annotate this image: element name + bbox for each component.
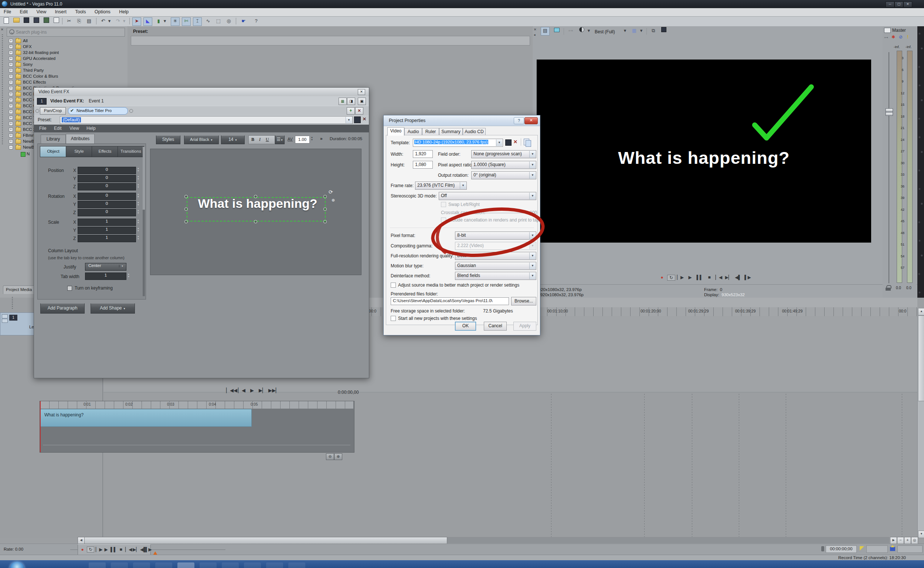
tree-expand-icon[interactable]: + [9,39,13,43]
template-combo[interactable]: HD 1080-24p (1920x1080, 23.976 fps) ▼ [413,139,503,147]
selection-tool-icon[interactable]: ⬚ [214,17,223,25]
split-screen-dropdown-icon[interactable]: ▾ [586,27,591,35]
menu-insert[interactable]: Insert [51,8,70,15]
selection-handle[interactable] [323,195,327,198]
go-to-end-icon[interactable]: ▶▏ [725,275,732,280]
timeline-hscrollbar[interactable]: ◀ [78,537,889,543]
kerning-stepper-icon[interactable]: ▲▼ [310,136,314,141]
selection-handle[interactable] [184,195,188,198]
titler-menu-view[interactable]: View [69,126,79,131]
panel-close-icon[interactable]: ✕ [1,28,5,32]
vefx-titlebar[interactable]: Video Event FX ✕ [34,88,369,97]
previous-frame-icon[interactable]: ▏◀ [237,388,246,393]
render-quality-combo[interactable]: Best▼ [455,252,536,260]
save-preset-icon[interactable] [354,116,361,123]
remove-fx-icon[interactable]: ✕ [355,107,363,115]
toolbar-overflow-chevron[interactable]: » [320,136,323,141]
taskbar-item[interactable] [89,562,106,568]
alignment-combo[interactable]: ☰▼ [275,135,285,144]
tree-item[interactable]: OFX [23,44,32,49]
font-size-combo[interactable]: 14 ▼ [221,135,245,144]
vscroll-thumb[interactable] [918,316,924,401]
subtab-transitions[interactable]: Transitions [118,146,144,157]
play-icon[interactable]: ▶ [686,275,694,280]
track-minimize-icon[interactable] [2,314,8,319]
scale-y-slider[interactable]: 1 [78,227,136,234]
zoom-out-icon[interactable]: − [897,537,904,544]
tree-item[interactable]: Sony [23,62,33,66]
pause-icon[interactable]: ▌▌ [696,275,703,280]
font-combo[interactable]: Arial Black ▼ [184,135,219,144]
previous-frame-icon[interactable]: ◀▌ [734,275,742,280]
next-frame-icon[interactable]: ▶▏ [258,388,267,393]
justify-combo[interactable]: Center▼ [85,263,127,271]
title-clip[interactable]: What is happening? [40,409,252,427]
taskbar-item[interactable] [200,562,217,568]
tree-expand-icon[interactable]: + [9,116,13,120]
split-screen-view-icon[interactable]: ◨ [347,98,355,105]
open-icon[interactable] [12,17,20,25]
menu-options[interactable]: Options [91,8,114,15]
stop-icon[interactable]: ■ [118,547,124,552]
selection-handle[interactable] [184,220,188,224]
browse-button[interactable]: Browse... [511,297,536,305]
apply-button[interactable]: Apply [513,322,536,331]
stepper-icon[interactable]: ▲▼ [136,219,140,224]
plugin-search-box[interactable]: Search plug-ins [7,28,125,36]
width-input[interactable]: 1,920 [413,150,433,158]
attributes-scroll-thumb[interactable] [143,147,145,210]
automation-tool-icon[interactable]: ▮ [154,17,163,25]
go-to-start-icon[interactable]: ▏◀◀ [226,388,236,393]
bus-settings-icon[interactable]: ✱ [891,35,895,39]
pp-titlebar[interactable]: Project Properties ? ✕ [384,115,540,126]
output-rotation-combo[interactable]: 0° (original)▼ [471,171,536,179]
redo-icon[interactable]: ↷ [114,17,122,25]
next-frame-icon[interactable]: ▌▶ [145,547,150,552]
deinterlace-icon[interactable]: ⊶ [567,27,575,35]
new-project-icon[interactable] [2,17,11,25]
stereo-combo[interactable]: Off▼ [439,192,536,200]
tree-item[interactable]: BCC Color & Blurs [23,74,58,79]
keyframing-checkbox[interactable] [67,286,72,291]
preview-quality-label[interactable]: Best (Full) [595,29,615,35]
external-monitor-icon[interactable] [553,27,561,35]
minimize-button[interactable]: ─ [886,2,894,8]
titler-canvas[interactable]: What is happening? ⟳ ⊕ [150,149,362,275]
project-video-properties-icon[interactable]: ▤ [541,27,550,35]
next-frame-icon[interactable]: ▌▶ [744,275,751,280]
tree-collapse-icon[interactable]: − [9,145,13,150]
stepper-icon[interactable]: ▲▼ [136,209,140,215]
delete-template-icon[interactable]: ✕ [513,139,517,145]
go-to-start-icon[interactable]: ▏◀ [125,547,131,552]
menu-tools[interactable]: Tools [71,8,89,15]
tree-item-plugin[interactable]: N [27,152,30,156]
record-icon[interactable]: ● [80,547,85,552]
taskbar-item[interactable] [288,562,305,568]
frame-rate-combo[interactable]: 23.976 (IVTC Film)▼ [415,181,467,190]
tree-expand-icon[interactable]: + [9,57,13,60]
pp-close-button[interactable]: ✕ [525,117,538,124]
rotate-handle-icon[interactable]: ⟳ [329,189,333,195]
scale-z-slider[interactable]: 1 [78,235,136,242]
selection-length-box[interactable] [897,545,922,553]
stepper-icon[interactable]: ▲▼ [136,227,140,232]
timeline-grip[interactable] [12,297,13,310]
play-from-start-icon[interactable]: ▏▶ [96,547,102,552]
timeline-zoom-out-icon[interactable]: ⊖ [326,453,334,460]
scroll-left-icon[interactable]: ◀ [78,537,84,544]
preset-dropdown-icon[interactable]: ▼ [345,117,352,123]
titler-menu-file[interactable]: File [39,126,46,131]
tree-expand-icon[interactable]: + [9,104,13,108]
solo-icon[interactable]: ! [907,35,909,39]
fx-chain-icon[interactable]: ⊶ [884,35,888,40]
attributes-scrollbar[interactable] [143,147,145,296]
tree-expand-icon[interactable]: + [9,62,13,66]
go-to-end-icon[interactable]: ▶▶▏ [268,388,279,393]
titler-fx-chip[interactable]: ✔ NewBlue Titler Pro [68,107,128,115]
selection-handle[interactable] [323,207,327,211]
tree-item[interactable]: BCC Effects [23,80,46,84]
loop-playback-icon[interactable]: ↻ [667,275,675,281]
undo-dropdown-icon[interactable]: ▾ [107,17,112,25]
taskbar-item[interactable] [133,562,150,568]
tab-video[interactable]: Video [387,127,404,136]
